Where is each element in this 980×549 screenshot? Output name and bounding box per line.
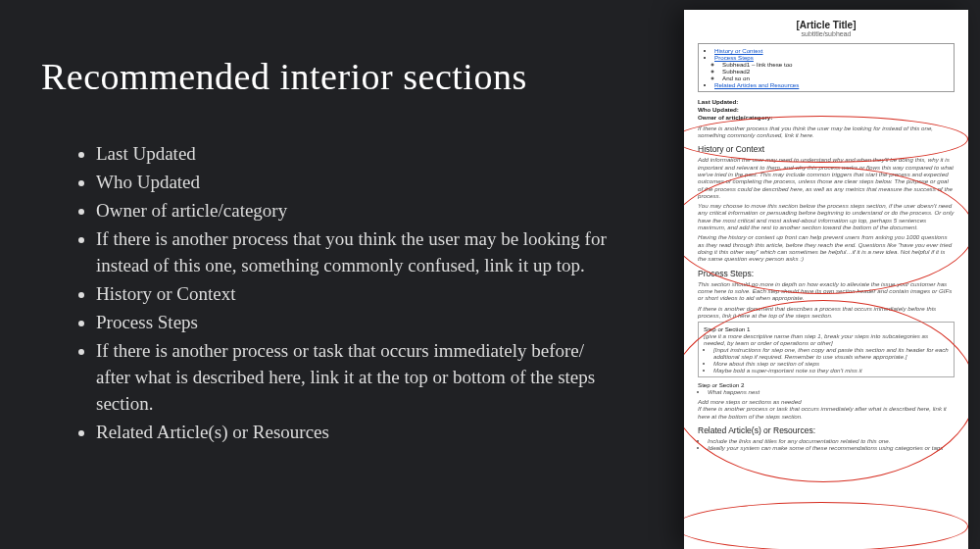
step2-heading: Step or Section 2 [698, 381, 955, 388]
toc-sub: Subhead1 – link these too [722, 61, 948, 68]
doc-toc: History or Context Process Steps Subhead… [698, 43, 955, 92]
confused-note: If there is another process that you thi… [698, 125, 955, 138]
slide-text-column: Recommended interior sections Last Updat… [0, 0, 666, 549]
toc-link[interactable]: Related Articles and Resources [714, 81, 799, 88]
doc-subtitle: subtitle/subhead [698, 30, 955, 37]
toc-sub: Subhead2 [722, 68, 948, 75]
toc-sub: And so on [722, 75, 948, 81]
meta-last-updated: Last Updated: [698, 98, 955, 106]
after-note: If there is another process or task that… [698, 405, 955, 420]
toc-link[interactable]: Process Steps [714, 54, 754, 61]
history-para: Add information the user may need to und… [698, 156, 955, 199]
process-para: If there is another document that descri… [698, 305, 955, 320]
template-document: [Article Title] subtitle/subhead History… [684, 10, 968, 549]
annotation-oval [684, 502, 968, 549]
bullet-item: Last Updated [96, 141, 610, 168]
related-bullet: Include the links and titles for any doc… [708, 437, 955, 444]
bullet-list: Last Updated Who Updated Owner of articl… [41, 141, 610, 446]
step2-bullet: What happens next [708, 388, 955, 395]
add-more-note: Add more steps or sections as needed [698, 398, 955, 405]
doc-title: [Article Title] [698, 20, 955, 30]
toc-link[interactable]: History or Context [714, 47, 763, 54]
related-bullet: Ideally your system can make some of the… [708, 444, 955, 451]
process-para: This section should go more in depth on … [698, 280, 955, 302]
bullet-item: Related Article(s) or Resources [96, 420, 610, 446]
bullet-item: Process Steps [96, 310, 610, 336]
heading-history: History or Context [698, 144, 955, 154]
step1-bullet: [Input instructions for step one, then c… [713, 346, 949, 360]
slide: Recommended interior sections Last Updat… [0, 0, 980, 549]
step-box: Step or Section 1 [give it a more descri… [698, 322, 955, 377]
history-para: You may choose to move this section belo… [698, 202, 955, 230]
step1-bullet: Maybe bold a super-important note so the… [713, 367, 949, 374]
heading-related: Related Article(s) or Resources: [698, 425, 955, 435]
document-body: [Article Title] subtitle/subhead History… [684, 10, 968, 549]
bullet-item: If there is another process or task that… [96, 338, 610, 418]
bullet-item: Who Updated [96, 170, 610, 196]
meta-who-updated: Who Updated: [698, 106, 955, 114]
bullet-item: Owner of article/category [96, 198, 610, 225]
bullet-item: History or Context [96, 281, 610, 308]
step1-lead: [give it a more descriptive name than st… [704, 332, 949, 346]
step1-bullet: More about this step or section of steps [713, 360, 949, 367]
step1-heading: Step or Section 1 [704, 325, 949, 332]
history-para: Having the history or context up front c… [698, 233, 955, 262]
bullet-item: If there is another process that you thi… [96, 226, 610, 279]
slide-title: Recommended interior sections [41, 55, 657, 98]
meta-owner: Owner of article/category: [698, 114, 955, 122]
heading-process: Process Steps: [698, 269, 955, 278]
